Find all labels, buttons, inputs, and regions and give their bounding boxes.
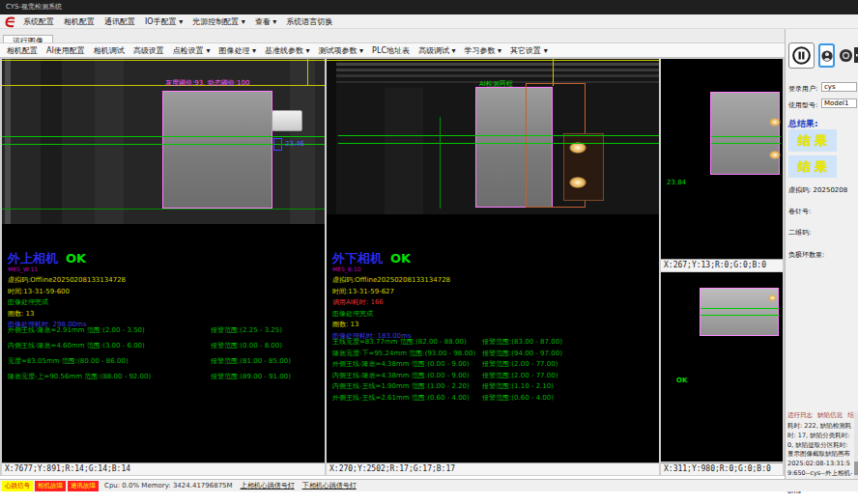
model-input[interactable] bbox=[821, 98, 857, 108]
menu-item-view[interactable]: 查看 ▾ bbox=[255, 16, 277, 27]
overlay-marker-value: 23.46 bbox=[285, 140, 304, 148]
camera-name: 外上相机 bbox=[8, 251, 58, 266]
upper-camera-heartbeat-link[interactable]: 上相机心跳信号灯 bbox=[241, 481, 295, 490]
login-user-input[interactable] bbox=[821, 82, 857, 92]
log-scrollbar-handle[interactable] bbox=[854, 462, 858, 475]
measurement-alarm-range: 报警范围:(89.00 - 91.00) bbox=[211, 372, 291, 387]
tool-camera-debug[interactable]: 相机调试 bbox=[94, 45, 125, 56]
tool-learning-params[interactable]: 学习参数 ▾ bbox=[465, 45, 502, 56]
measurement-alarm-range: 报警范围:(0.00 - 8.00) bbox=[211, 341, 282, 356]
reflection-glow bbox=[769, 118, 781, 126]
measurement-row: 隆底宽度-下=95.24mm 范围:(93.00 - 98.00) 报警范围:(… bbox=[332, 349, 562, 360]
camera-view-lower-outer[interactable]: AI检测画框 外下相机OK MES_B:10 虚拟码:Offline202502… bbox=[327, 59, 659, 475]
measurement-alarm-range: 报警范围:(81.00 - 85.00) bbox=[211, 356, 291, 372]
measurement-row: 宽度=83.05mm 范围:(80.00 - 86.00) 报警范围:(81.0… bbox=[8, 356, 291, 372]
measurement-value: 宽度=83.05mm 范围:(80.00 - 86.00) bbox=[8, 356, 211, 372]
camera-name: 外下相机 bbox=[332, 251, 383, 266]
turn-count-line: 圈数: 13 bbox=[8, 309, 126, 321]
overlay-result-value: OK bbox=[676, 377, 687, 384]
log-tab-defect[interactable]: 缺陷信息 bbox=[817, 411, 843, 419]
menu-item-system-config[interactable]: 系统配置 bbox=[23, 16, 54, 27]
tool-advanced-debug[interactable]: 高级调试 ▾ bbox=[418, 45, 456, 56]
menu-item-language-switch[interactable]: 系统语言切换 bbox=[286, 16, 332, 27]
login-user-label: 登录用户: bbox=[788, 84, 817, 94]
measurement-value: 隆底宽度-下=95.24mm 范围:(93.00 - 98.00) bbox=[332, 349, 482, 360]
tool-test-item-params[interactable]: 测试项参数 ▾ bbox=[319, 45, 364, 56]
tool-plc-address-table[interactable]: PLC地址表 bbox=[372, 45, 410, 56]
menu-item-camera-config[interactable]: 相机配置 bbox=[64, 16, 95, 27]
tab-strip: 运行图像 bbox=[0, 29, 858, 42]
comm-fault-badge: 通讯故障 bbox=[68, 481, 99, 491]
tool-baseline-params[interactable]: 基准线参数 ▾ bbox=[265, 45, 310, 56]
menu-item-comm-config[interactable]: 通讯配置 bbox=[104, 16, 135, 27]
calibration-line-yellow bbox=[2, 60, 325, 61]
exit-button[interactable] bbox=[853, 44, 858, 66]
measure-line-green bbox=[338, 135, 659, 136]
measure-line-green bbox=[338, 143, 659, 144]
pixel-coordinate-bar: X:311;Y:980;R:0;G:0;B:0 bbox=[661, 462, 783, 475]
mes-label: MES_B:10 bbox=[332, 266, 361, 272]
overlay-measure-value: 23.84 bbox=[667, 179, 686, 186]
status-bar: 心跳信号 相机故障 通讯故障 Cpu: 0.0% Memory: 3424.41… bbox=[0, 479, 858, 491]
door-exit-icon bbox=[853, 46, 858, 64]
camera-button[interactable] bbox=[838, 46, 853, 64]
camera-view-small-bottom[interactable]: OK bbox=[661, 272, 783, 462]
measurement-value: 内侧王线-隆底=4.60mm 范围:(3.00 - 6.00) bbox=[8, 341, 211, 356]
window-title: CYS-视觉检测系统 bbox=[0, 0, 858, 14]
virtual-code-line: 虚拟码:Offline20250208133134728 bbox=[8, 275, 126, 287]
ai-detect-box-label: AI检测画框 bbox=[479, 79, 513, 89]
time-line: 时间:13-31-59-600 bbox=[8, 287, 126, 298]
pixel-coordinate-bar: X:7677;Y:891;R:14;G:14;B:14 bbox=[2, 462, 325, 475]
measurement-alarm-range: 报警范围:(2.25 - 3.25) bbox=[211, 325, 282, 341]
measurement-alarm-range: 报警范围:(94.00 - 97.00) bbox=[482, 349, 562, 360]
measure-line-green bbox=[711, 143, 781, 144]
detected-part-outline bbox=[700, 288, 779, 336]
measurement-alarm-range: 报警范围:(83.00 - 87.00) bbox=[482, 337, 562, 349]
menu-item-light-config[interactable]: 光源控制配置 ▾ bbox=[192, 16, 245, 27]
camera-image-upper-outer[interactable]: 23.46 灰度阈值:93, 动态阈值:100 bbox=[2, 59, 325, 224]
camera-view-small-top[interactable]: 23.84 bbox=[661, 59, 783, 259]
tool-ai-use-config[interactable]: AI使用配置 bbox=[46, 45, 85, 56]
image-stripe bbox=[41, 59, 62, 224]
log-scrollbar[interactable] bbox=[854, 411, 858, 479]
tool-camera-config[interactable]: 相机配置 bbox=[7, 45, 38, 56]
measurement-list: 外侧王线-隆底=2.91mm 范围:(2.00 - 3.50) 报警范围:(2.… bbox=[8, 325, 291, 387]
image-stripe bbox=[327, 59, 336, 214]
detected-part-outline bbox=[710, 92, 780, 175]
tool-spot-check[interactable]: 点检设置 ▾ bbox=[173, 45, 211, 56]
measurement-list: 王线宽度=83.77mm 范围:(82.00 - 88.00) 报警范围:(83… bbox=[332, 337, 562, 404]
measurement-row: 内侧王线-隆底=4.60mm 范围:(3.00 - 6.00) 报警范围:(0.… bbox=[8, 341, 291, 356]
turn-count-line: 圈数: 13 bbox=[332, 320, 450, 331]
reflection-glow bbox=[569, 177, 586, 188]
tool-advanced-settings[interactable]: 高级设置 bbox=[133, 45, 164, 56]
measure-line-green bbox=[2, 209, 325, 210]
reflection-glow bbox=[769, 151, 781, 159]
result-info-block: 虚拟码:Offline20250208133134728 时间:13-31-59… bbox=[8, 275, 126, 331]
tool-other-settings[interactable]: 其它设置 ▾ bbox=[510, 45, 548, 56]
operator-button[interactable] bbox=[818, 43, 835, 68]
log-tab-run[interactable]: 运行日志 bbox=[787, 411, 813, 419]
pixel-coordinate-bar: X:270;Y:2502;R:17;G:17;B:17 bbox=[327, 462, 659, 475]
result-box-upper: 结 果 bbox=[788, 129, 837, 152]
calibration-line-yellow bbox=[327, 60, 659, 61]
image-stripe bbox=[336, 69, 659, 71]
detected-part-outline bbox=[162, 91, 272, 209]
part-connector bbox=[272, 110, 302, 131]
tool-image-processing[interactable]: 图像处理 ▾ bbox=[218, 45, 256, 56]
menu-item-io-config[interactable]: IO手配置 ▾ bbox=[145, 16, 183, 27]
measure-line-green bbox=[711, 136, 781, 137]
menu-bar: 系统配置 相机配置 通讯配置 IO手配置 ▾ 光源控制配置 ▾ 查看 ▾ 系统语… bbox=[0, 14, 858, 29]
lower-camera-heartbeat-link[interactable]: 下相机心跳信号灯 bbox=[302, 481, 357, 490]
calibration-line-yellow bbox=[2, 85, 325, 86]
measure-line-green bbox=[701, 308, 780, 309]
camera-view-upper-outer[interactable]: 23.46 灰度阈值:93, 动态阈值:100 外上相机OK MES_W:11 … bbox=[2, 59, 325, 475]
log-tab-strip: 运行日志 缺陷信息 结果信息 bbox=[787, 411, 858, 420]
mes-label: MES_W:11 bbox=[8, 266, 38, 272]
image-stripe bbox=[95, 59, 124, 224]
calibration-line-yellow bbox=[553, 59, 554, 86]
pause-button[interactable] bbox=[788, 42, 815, 69]
camera-image-lower-outer[interactable]: AI检测画框 bbox=[327, 59, 659, 214]
measurement-alarm-range: 报警范围:(1.10 - 2.10) bbox=[482, 381, 554, 393]
measurement-alarm-range: 报警范围:(2.00 - 77.00) bbox=[482, 359, 558, 371]
measurement-row: 外侧王线-王线=2.61mm 范围:(0.60 - 4.00) 报警范围:(0.… bbox=[332, 393, 562, 405]
